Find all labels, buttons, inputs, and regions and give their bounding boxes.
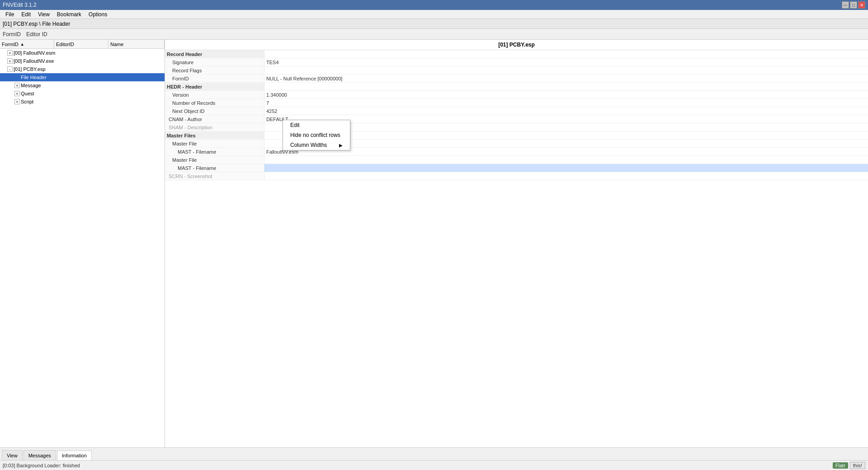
title-bar-controls: ─ □ ✕ (842, 1, 865, 9)
record-row-2[interactable]: Record Flags (165, 66, 868, 75)
record-value-2 (264, 66, 868, 74)
tree-item-label-file-header: File Header (21, 75, 47, 80)
tree-content[interactable]: +[00] FalloutNV.esm+[00] FalloutNV.exe-[… (0, 49, 165, 447)
tree-item-script[interactable]: +Script (0, 98, 165, 106)
editor-id-label: Editor ID (26, 31, 47, 38)
record-row-1[interactable]: SignatureTES4 (165, 58, 868, 66)
tree-toggle-script[interactable]: + (14, 99, 20, 104)
left-panel: FormID ▲ EditorID Name +[00] FalloutNV.e… (0, 40, 165, 447)
menu-item-edit[interactable]: Edit (18, 10, 34, 19)
record-label-7: Next Object ID (165, 107, 264, 115)
tree-col-name: Name (108, 40, 165, 48)
record-label-5: Version (165, 91, 264, 99)
submenu-arrow-icon-column-widths: ▶ (339, 143, 343, 148)
tree-header: FormID ▲ EditorID Name (0, 40, 165, 49)
record-value-10 (264, 132, 868, 139)
maximize-button[interactable]: □ (850, 1, 857, 9)
tree-toggle-falloutnv-esm[interactable]: + (7, 50, 13, 56)
tree-item-label-falloutnv-esm: [00] FalloutNV.esm (14, 50, 56, 56)
tree-toggle-pcby-esp[interactable]: - (7, 66, 13, 72)
status-right: Flatr this! (833, 462, 865, 469)
record-value-15 (264, 172, 868, 180)
minimize-button[interactable]: ─ (842, 1, 849, 9)
record-title: [01] PCBY.esp (165, 40, 868, 50)
record-label-8: CNAM - Author (165, 115, 264, 123)
record-row-9[interactable]: SNAM - Description (165, 123, 868, 132)
record-content[interactable]: Record HeaderSignatureTES4Record FlagsFo… (165, 50, 868, 447)
record-value-1: TES4 (264, 58, 868, 66)
title-bar-title: FNVEdit 3.1.2 (3, 2, 37, 8)
record-label-1: Signature (165, 58, 264, 66)
flatr-button[interactable]: Flatr (833, 462, 848, 469)
record-label-10: Master Files (165, 132, 264, 139)
record-row-15[interactable]: SCRN - Screenshot (165, 172, 868, 180)
menu-item-file[interactable]: File (2, 10, 18, 19)
context-menu: EditHide no conflict rowsColumn Widths▶ (283, 120, 350, 150)
record-row-10[interactable]: Master Files (165, 132, 868, 140)
context-menu-item-column-widths[interactable]: Column Widths▶ (283, 140, 350, 150)
record-value-9 (264, 123, 868, 131)
record-label-14: MAST - Filename (165, 164, 264, 172)
tree-item-file-header[interactable]: File Header (0, 73, 165, 81)
tab-view[interactable]: View (2, 450, 23, 460)
main-content: FormID ▲ EditorID Name +[00] FalloutNV.e… (0, 40, 868, 447)
status-bar: [0:03] Background Loader: finished Flatr… (0, 460, 868, 470)
tab-information[interactable]: Information (57, 451, 92, 461)
record-value-6: 7 (264, 99, 868, 107)
record-row-4[interactable]: HEDR - Header (165, 83, 868, 91)
record-row-7[interactable]: Next Object ID4252 (165, 107, 868, 115)
record-row-11[interactable]: Master File (165, 140, 868, 148)
tree-item-message[interactable]: +Message (0, 81, 165, 89)
record-label-13: Master File (165, 156, 264, 164)
tree-item-pcby-esp[interactable]: -[01] PCBY.esp (0, 65, 165, 73)
tree-toggle-falloutnv-exe[interactable]: + (7, 58, 13, 64)
tree-item-label-quest: Quest (21, 91, 34, 96)
tab-messages[interactable]: Messages (24, 450, 56, 460)
record-value-11 (264, 140, 868, 147)
tree-item-falloutnv-esm[interactable]: +[00] FalloutNV.esm (0, 49, 165, 57)
context-menu-item-hide-no-conflict[interactable]: Hide no conflict rows (283, 130, 350, 140)
record-row-14[interactable]: MAST - Filename (165, 164, 868, 172)
record-row-0[interactable]: Record Header (165, 50, 868, 58)
tree-item-label-pcby-esp: [01] PCBY.esp (14, 66, 46, 72)
record-value-3: NULL - Null Reference [00000000] (264, 75, 868, 82)
record-value-7: 4252 (264, 107, 868, 115)
record-label-15: SCRN - Screenshot (165, 172, 264, 180)
close-button[interactable]: ✕ (858, 1, 865, 9)
record-row-6[interactable]: Number of Records7 (165, 99, 868, 107)
menu-bar: FileEditViewBookmarkOptions (0, 10, 868, 19)
form-id-label: FormID (3, 31, 21, 38)
menu-item-bookmark[interactable]: Bookmark (53, 10, 85, 19)
record-row-12[interactable]: MAST - FilenameFalloutNV.esm (165, 148, 868, 156)
record-value-12: FalloutNV.esm (264, 148, 868, 155)
this-button[interactable]: this! (850, 462, 865, 469)
record-row-8[interactable]: CNAM - AuthorDEFAULT (165, 115, 868, 123)
record-label-0: Record Header (165, 50, 264, 58)
record-label-2: Record Flags (165, 66, 264, 74)
tree-toggle-quest[interactable]: + (14, 91, 20, 96)
record-label-12: MAST - Filename (165, 148, 264, 155)
record-row-5[interactable]: Version1.340000 (165, 91, 868, 99)
tree-item-label-falloutnv-exe: [00] FalloutNV.exe (14, 58, 54, 64)
record-row-3[interactable]: FormIDNULL - Null Reference [00000000] (165, 75, 868, 83)
record-value-8: DEFAULT (264, 115, 868, 123)
record-value-4 (264, 83, 868, 90)
record-value-5: 1.340000 (264, 91, 868, 99)
record-row-13[interactable]: Master File (165, 156, 868, 164)
record-value-14 (264, 164, 868, 172)
record-label-9: SNAM - Description (165, 123, 264, 131)
menu-item-options[interactable]: Options (85, 10, 111, 19)
record-value-13 (264, 156, 868, 164)
context-menu-item-edit[interactable]: Edit (283, 120, 350, 130)
tree-item-label-message: Message (21, 83, 41, 88)
tree-item-label-script: Script (21, 99, 33, 104)
tree-toggle-message[interactable]: + (14, 83, 20, 88)
record-value-0 (264, 50, 868, 58)
bottom-tabs: ViewMessagesInformation (0, 447, 868, 460)
tree-item-quest[interactable]: +Quest (0, 89, 165, 98)
record-label-11: Master File (165, 140, 264, 147)
title-bar-left: FNVEdit 3.1.2 (3, 2, 37, 8)
tree-item-falloutnv-exe[interactable]: +[00] FalloutNV.exe (0, 57, 165, 65)
menu-item-view[interactable]: View (34, 10, 53, 19)
window-title-bar: [01] PCBY.esp \ File Header (0, 19, 868, 29)
